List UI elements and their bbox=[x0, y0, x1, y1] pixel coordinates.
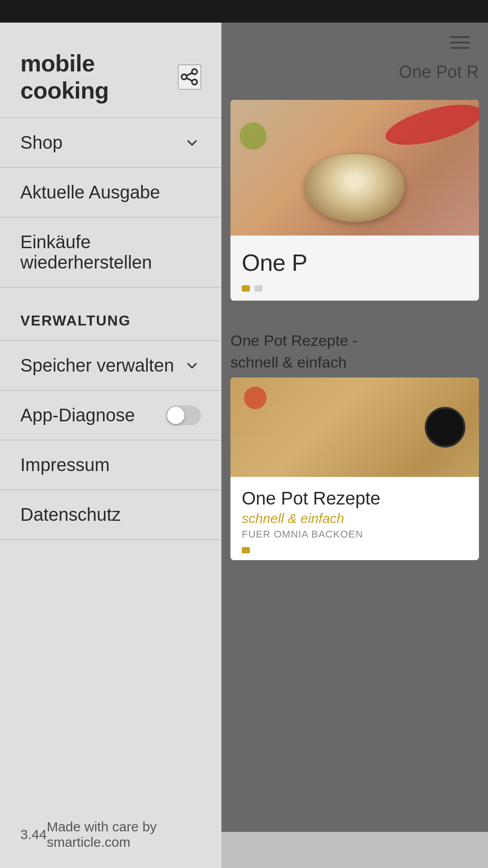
sidebar-drawer: mobile cooking Shop Aktuelle Ausgabe Ein… bbox=[0, 23, 221, 868]
sidebar-item-speicher[interactable]: Speicher verwalten bbox=[0, 341, 221, 391]
card-2-tagline: FUER OMNIA BACKOEN bbox=[242, 528, 468, 540]
sidebar-item-einkaufe[interactable]: Einkäufe wiederherstellen bbox=[0, 217, 221, 288]
card-1-dots bbox=[242, 285, 468, 292]
card-1-image bbox=[230, 100, 479, 236]
datenschutz-label: Datenschutz bbox=[20, 505, 121, 525]
sidebar-footer: 3.44 Made with care by smarticle.com bbox=[0, 801, 221, 868]
sidebar-item-impressum[interactable]: Impressum bbox=[0, 440, 221, 490]
red-plate-decor bbox=[382, 100, 479, 153]
dot-inactive-1 bbox=[254, 285, 263, 292]
sidebar-header: mobile cooking bbox=[0, 23, 221, 118]
hamburger-menu-button[interactable] bbox=[446, 32, 474, 53]
hamburger-line-1 bbox=[450, 36, 470, 38]
card-container: One P bbox=[221, 91, 488, 323]
share-button[interactable] bbox=[178, 65, 201, 90]
share-icon bbox=[179, 66, 200, 87]
toggle-thumb bbox=[167, 407, 184, 424]
food-image-visual bbox=[230, 100, 479, 236]
aktuelle-ausgabe-label: Aktuelle Ausgabe bbox=[20, 182, 160, 203]
shop-label: Shop bbox=[20, 132, 62, 153]
black-cup-visual bbox=[425, 407, 465, 448]
card-2-body: One Pot Rezepte schnell & einfach FUER O… bbox=[230, 477, 479, 560]
card-2-title: One Pot Rezepte bbox=[242, 488, 468, 509]
einkaufe-label: Einkäufe wiederherstellen bbox=[20, 232, 201, 273]
app-diagnose-toggle[interactable] bbox=[166, 406, 201, 425]
made-with-text: Made with care by smarticle.com bbox=[47, 819, 201, 850]
app-title: mobile cooking bbox=[20, 50, 178, 104]
status-bar bbox=[0, 0, 488, 23]
garnish-1 bbox=[239, 123, 267, 150]
bottom-bar bbox=[221, 832, 488, 868]
sidebar-item-aktuelle-ausgabe[interactable]: Aktuelle Ausgabe bbox=[0, 168, 221, 217]
card-1-title: One P bbox=[242, 249, 468, 276]
card-2-subtitle: schnell & einfach bbox=[242, 511, 468, 526]
chevron-down-icon-speicher bbox=[183, 357, 201, 375]
main-topbar bbox=[221, 23, 488, 62]
speicher-label: Speicher verwalten bbox=[20, 355, 174, 376]
version-text: 3.44 bbox=[20, 827, 47, 842]
app-diagnose-label: App-Diagnose bbox=[20, 405, 135, 425]
soup-bowl-visual bbox=[305, 154, 404, 222]
card-1: One P bbox=[230, 100, 479, 301]
card-1-body: One P bbox=[230, 236, 479, 301]
impressum-label: Impressum bbox=[20, 455, 110, 475]
section-title-verwaltung: VERWALTUNG bbox=[20, 312, 131, 329]
card-2-image bbox=[230, 377, 479, 477]
sidebar-item-app-diagnose[interactable]: App-Diagnose bbox=[0, 391, 221, 440]
sidebar-item-datenschutz[interactable]: Datenschutz bbox=[0, 490, 221, 540]
main-content: One Pot R One P bbox=[221, 23, 488, 868]
card-2: One Pot Rezepte schnell & einfach FUER O… bbox=[230, 377, 479, 560]
hamburger-line-2 bbox=[450, 42, 470, 43]
card-2-dot bbox=[242, 547, 250, 553]
verwaltung-section-header: VERWALTUNG bbox=[0, 288, 221, 341]
section-label: One Pot Rezepte -schnell & einfach bbox=[221, 323, 488, 377]
sidebar-item-shop[interactable]: Shop bbox=[0, 118, 221, 168]
hamburger-line-3 bbox=[450, 47, 470, 49]
dot-active-1 bbox=[242, 285, 250, 292]
section-label-text: One Pot Rezepte -schnell & einfach bbox=[230, 332, 358, 371]
tomato-decor bbox=[244, 387, 267, 409]
rice-visual bbox=[230, 377, 479, 477]
chevron-down-icon bbox=[183, 134, 201, 152]
